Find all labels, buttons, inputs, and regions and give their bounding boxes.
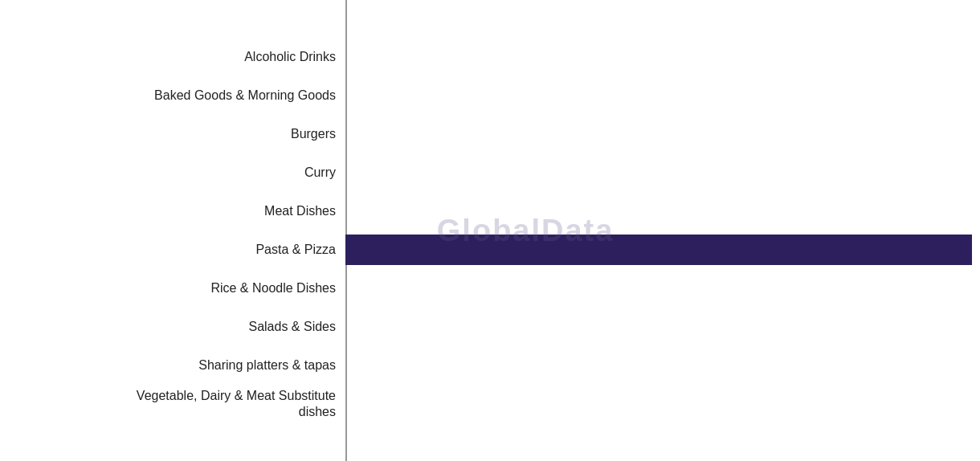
- bar-area: [345, 192, 980, 230]
- bar-area: [345, 153, 980, 192]
- category-label: Burgers: [0, 126, 345, 143]
- category-label: Rice & Noodle Dishes: [0, 280, 345, 297]
- bar-area: [345, 385, 980, 423]
- bar-area: [345, 115, 980, 153]
- bar-area: [345, 346, 980, 385]
- chart-row: Burgers: [0, 115, 980, 153]
- chart-row-pasta: Pasta & Pizza: [0, 230, 980, 269]
- bar-area: [345, 76, 980, 115]
- category-label: Alcoholic Drinks: [0, 49, 345, 66]
- chart-container: GlobalData Alcoholic Drinks Baked Goods …: [0, 0, 980, 461]
- chart-row: Alcoholic Drinks: [0, 38, 980, 76]
- chart-row: Salads & Sides: [0, 308, 980, 346]
- category-label: Baked Goods & Morning Goods: [0, 88, 345, 104]
- chart-row: Vegetable, Dairy & Meat Substitutedishes: [0, 385, 980, 423]
- chart-row: Sharing platters & tapas: [0, 346, 980, 385]
- category-label: Curry: [0, 165, 345, 182]
- chart-row: Curry: [0, 153, 980, 192]
- category-label: Vegetable, Dairy & Meat Substitutedishes: [0, 388, 345, 420]
- bar-area: [345, 38, 980, 76]
- chart-row: Meat Dishes: [0, 192, 980, 230]
- category-label: Pasta & Pizza: [0, 242, 345, 259]
- category-label: Salads & Sides: [0, 319, 345, 336]
- category-label: Meat Dishes: [0, 203, 345, 220]
- bar-area: [345, 230, 980, 269]
- chart-row: Rice & Noodle Dishes: [0, 269, 980, 308]
- bar-area: [345, 308, 980, 346]
- category-label: Sharing platters & tapas: [0, 357, 345, 374]
- bar-area: [345, 269, 980, 308]
- chart-row: Baked Goods & Morning Goods: [0, 76, 980, 115]
- chart-bar: [345, 235, 972, 265]
